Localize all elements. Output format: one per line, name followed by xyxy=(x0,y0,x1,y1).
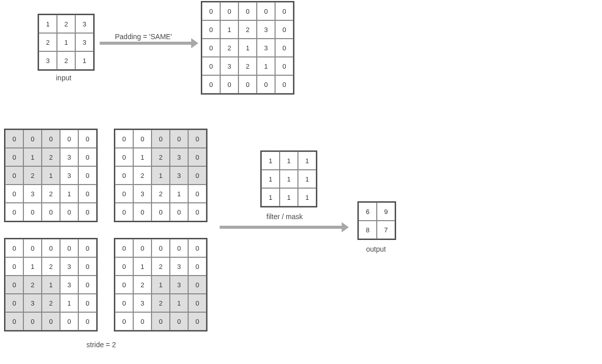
cell: 0 xyxy=(78,166,97,185)
cell: 0 xyxy=(202,57,220,75)
cell: 0 xyxy=(188,148,206,166)
cell: 1 xyxy=(60,294,78,312)
cell: 0 xyxy=(60,312,78,330)
cell: 3 xyxy=(75,33,94,51)
cell: 0 xyxy=(275,20,293,39)
cell: 2 xyxy=(42,257,60,276)
cell: 0 xyxy=(133,312,152,330)
cell: 0 xyxy=(23,312,42,330)
cell: 2 xyxy=(23,276,42,294)
cell: 0 xyxy=(202,20,220,39)
cell: 2 xyxy=(57,51,75,70)
cell: 0 xyxy=(170,239,188,257)
cell: 0 xyxy=(238,2,257,20)
cell: 3 xyxy=(60,257,78,276)
padding-arrow xyxy=(100,42,191,45)
cell: 0 xyxy=(5,312,23,330)
cell: 3 xyxy=(257,20,275,39)
cell: 0 xyxy=(60,239,78,257)
cell: 0 xyxy=(115,203,133,221)
cell: 0 xyxy=(133,203,152,221)
cell: 3 xyxy=(23,294,42,312)
cell: 0 xyxy=(275,2,293,20)
cell: 0 xyxy=(275,57,293,75)
diagram-stage: 123213321 input Padding = 'SAME' 0000001… xyxy=(0,0,602,364)
cell: 0 xyxy=(188,166,206,185)
cell: 1 xyxy=(170,294,188,312)
cell: 1 xyxy=(42,276,60,294)
cell: 0 xyxy=(188,312,206,330)
cell: 0 xyxy=(152,239,170,257)
cell: 0 xyxy=(23,203,42,221)
cell: 0 xyxy=(23,130,42,148)
cell: 0 xyxy=(275,39,293,57)
stride-matrix-top-left: 0000001230021300321000000 xyxy=(4,129,98,222)
cell: 1 xyxy=(261,151,280,170)
cell: 1 xyxy=(220,20,238,39)
cell: 2 xyxy=(238,57,257,75)
cell: 0 xyxy=(115,257,133,276)
stride-label: stride = 2 xyxy=(86,341,116,349)
stride-matrix-bottom-left: 0000001230021300321000000 xyxy=(4,238,98,331)
cell: 0 xyxy=(78,239,97,257)
cell: 0 xyxy=(115,185,133,203)
cell: 0 xyxy=(42,130,60,148)
cell: 0 xyxy=(5,185,23,203)
cell: 0 xyxy=(5,239,23,257)
cell: 1 xyxy=(42,166,60,185)
padding-label: Padding = 'SAME' xyxy=(115,33,172,41)
cell: 0 xyxy=(78,276,97,294)
cell: 3 xyxy=(23,185,42,203)
cell: 3 xyxy=(133,185,152,203)
cell: 0 xyxy=(275,75,293,94)
cell: 2 xyxy=(238,20,257,39)
cell: 1 xyxy=(75,51,94,70)
input-matrix: 123213321 xyxy=(38,14,95,71)
cell: 3 xyxy=(75,15,94,33)
cell: 1 xyxy=(133,257,152,276)
cell: 0 xyxy=(188,185,206,203)
cell: 6 xyxy=(358,202,377,221)
cell: 0 xyxy=(78,312,97,330)
side-strip xyxy=(573,127,602,188)
cell: 0 xyxy=(202,39,220,57)
cell: 2 xyxy=(39,33,57,51)
cell: 1 xyxy=(257,57,275,75)
cell: 2 xyxy=(152,185,170,203)
cell: 0 xyxy=(23,239,42,257)
cell: 0 xyxy=(188,239,206,257)
cell: 2 xyxy=(23,166,42,185)
cell: 0 xyxy=(202,2,220,20)
cell: 3 xyxy=(60,148,78,166)
cell: 0 xyxy=(152,130,170,148)
cell: 0 xyxy=(78,148,97,166)
padded-matrix: 0000001230021300321000000 xyxy=(201,1,294,95)
cell: 0 xyxy=(115,294,133,312)
cell: 0 xyxy=(133,239,152,257)
cell: 3 xyxy=(170,148,188,166)
cell: 2 xyxy=(42,185,60,203)
cell: 2 xyxy=(152,257,170,276)
cell: 1 xyxy=(170,185,188,203)
cell: 1 xyxy=(280,188,298,206)
cell: 0 xyxy=(5,257,23,276)
cell: 3 xyxy=(39,51,57,70)
cell: 0 xyxy=(170,130,188,148)
cell: 0 xyxy=(188,130,206,148)
cell: 9 xyxy=(377,202,395,221)
cell: 0 xyxy=(115,312,133,330)
cell: 1 xyxy=(298,170,316,188)
cell: 0 xyxy=(188,203,206,221)
cell: 0 xyxy=(170,312,188,330)
cell: 3 xyxy=(170,276,188,294)
cell: 2 xyxy=(42,294,60,312)
cell: 2 xyxy=(42,148,60,166)
cell: 1 xyxy=(280,151,298,170)
cell: 0 xyxy=(115,148,133,166)
output-label: output xyxy=(366,245,386,253)
cell: 0 xyxy=(115,130,133,148)
cell: 0 xyxy=(42,203,60,221)
cell: 1 xyxy=(23,148,42,166)
cell: 0 xyxy=(5,276,23,294)
cell: 0 xyxy=(133,130,152,148)
